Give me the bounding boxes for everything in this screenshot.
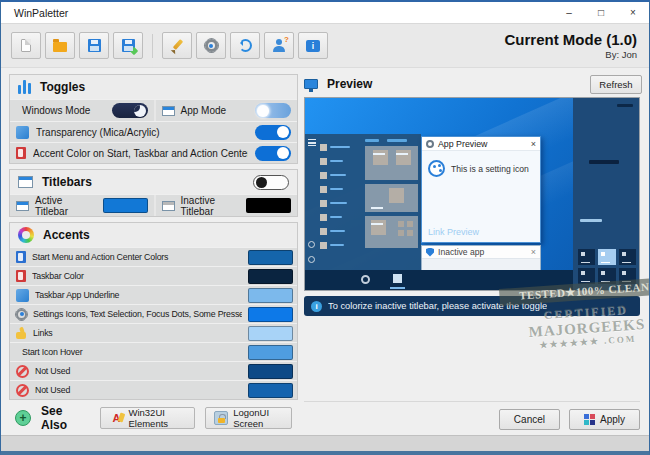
close-icon: × [531, 247, 536, 257]
new-file-button[interactable] [11, 32, 41, 59]
apply-icon [584, 414, 595, 425]
taskbar-underline-swatch[interactable] [248, 288, 293, 303]
links-swatch[interactable] [248, 326, 293, 341]
hand-icon [16, 327, 27, 339]
app-list-item [318, 168, 363, 182]
toolbar: ? i [11, 32, 328, 59]
app-preview-titlebar: App Preview × [422, 137, 540, 151]
refresh-preview-button[interactable]: Refresh [590, 75, 642, 94]
cancel-button[interactable]: Cancel [499, 409, 560, 430]
quick-action-tile [619, 249, 636, 265]
windows-mode-cell: Windows Mode [10, 100, 154, 121]
toggles-card: Toggles Windows Mode App Mode [9, 74, 298, 164]
small-tiles [398, 221, 413, 236]
quick-action-tile-active [598, 249, 615, 265]
save-as-button[interactable] [113, 32, 143, 59]
tile-group-headers [365, 139, 418, 142]
info-icon: i [311, 301, 322, 312]
tile [389, 188, 404, 203]
action-center-preview [573, 98, 639, 290]
app-mode-toggle[interactable] [255, 103, 291, 118]
transparency-toggle[interactable] [255, 125, 291, 140]
app-header: ? i Current Mode (1.0) By: Jon [1, 23, 649, 68]
taskbar-color-swatch[interactable] [248, 269, 293, 284]
app-list-item [318, 224, 363, 238]
quick-action-tile [578, 268, 595, 284]
transparency-icon [16, 126, 29, 139]
apply-button[interactable]: Apply [569, 409, 640, 430]
accent-label: Not Used [35, 366, 242, 376]
taskbar-app-underline [390, 287, 405, 289]
open-button[interactable] [45, 32, 75, 59]
taskbar-app-icon [393, 274, 402, 283]
gear-icon [16, 309, 27, 320]
close-icon: × [531, 139, 536, 149]
active-titlebar-icon [16, 201, 29, 211]
app-list-item [318, 154, 363, 168]
logonui-label: LogonUI Screen [233, 407, 283, 429]
start-hover-swatch[interactable] [248, 345, 293, 360]
help-button[interactable]: ? [264, 32, 294, 59]
accent-color-toggle[interactable] [255, 146, 291, 161]
setting-icon-text: This is a setting icon [451, 164, 529, 174]
accents-card: Accents Start Menu and Action Center Col… [9, 222, 298, 400]
win32ui-label: Win32UI Elements [128, 407, 186, 429]
logonui-button[interactable]: LogonUI Screen [205, 407, 292, 429]
edit-button[interactable] [162, 32, 192, 59]
accent-color-row: Accent Color on Start, Taskbar and Actio… [10, 142, 297, 163]
save-as-icon [122, 39, 135, 52]
accent-row-start-menu: Start Menu and Action Center Colors [10, 247, 297, 266]
apply-label: Apply [600, 414, 625, 425]
toggles-header: Toggles [10, 75, 297, 99]
accent-label: Settings Icons, Text Selection, Focus Do… [33, 309, 242, 319]
quick-action-tile [619, 268, 636, 284]
quick-action-tile [578, 249, 595, 265]
window-title: WinPaletter [14, 7, 553, 19]
minimize-button[interactable]: – [553, 2, 585, 23]
inactive-titlebar-icon [162, 201, 175, 211]
notification-bar [617, 104, 633, 107]
not-used-swatch-1[interactable] [248, 364, 293, 379]
palette-icon [428, 160, 445, 177]
win32ui-button[interactable]: A Win32UI Elements [100, 407, 195, 429]
app-list-item [318, 140, 363, 154]
start-menu-preview [305, 134, 421, 270]
content-area: Toggles Windows Mode App Mode [1, 68, 649, 435]
new-file-icon [21, 39, 31, 52]
windows-mode-toggle[interactable] [112, 103, 148, 118]
accent-row-underline: Taskbar App Underline [10, 285, 297, 304]
toggles-title: Toggles [40, 80, 289, 94]
current-mode-title: Current Mode (1.0) [504, 31, 637, 48]
window-titlebar: WinPaletter – □ × [1, 2, 649, 23]
right-panel: Preview Refresh [304, 74, 642, 316]
expand-link-line [580, 219, 602, 222]
save-button[interactable] [79, 32, 109, 59]
app-list-item [318, 210, 363, 224]
monitor-icon [304, 79, 318, 89]
tip-button[interactable]: i [298, 32, 328, 59]
inactive-titlebar-label: Inactive Titlebar [181, 195, 241, 217]
preview-title: Preview [327, 77, 581, 91]
tile [396, 150, 411, 165]
settings-button[interactable] [196, 32, 226, 59]
refresh-icon [239, 39, 252, 52]
close-button[interactable]: × [617, 2, 649, 23]
accent-row-not-used-1: Not Used [10, 361, 297, 380]
titlebars-title: Titlebars [42, 175, 244, 189]
inactive-app-window: Inactive app × [421, 245, 541, 272]
transparency-label: Transparency (Mica/Acrylic) [36, 127, 248, 138]
titlebars-toggle[interactable] [253, 175, 289, 190]
ban-icon [16, 365, 29, 378]
user-help-icon: ? [272, 39, 286, 52]
inactive-titlebar-swatch[interactable] [246, 198, 291, 213]
active-titlebar-cell: Active Titlebar [10, 195, 154, 216]
maximize-button[interactable]: □ [585, 2, 617, 23]
mode-block: Current Mode (1.0) By: Jon [504, 31, 637, 60]
active-titlebar-swatch[interactable] [103, 198, 148, 213]
settings-icons-swatch[interactable] [248, 307, 293, 322]
plus-icon: + [15, 410, 31, 426]
start-menu-colors-swatch[interactable] [248, 250, 293, 265]
not-used-swatch-2[interactable] [248, 383, 293, 398]
open-folder-icon [53, 42, 67, 52]
refresh-tool-button[interactable] [230, 32, 260, 59]
